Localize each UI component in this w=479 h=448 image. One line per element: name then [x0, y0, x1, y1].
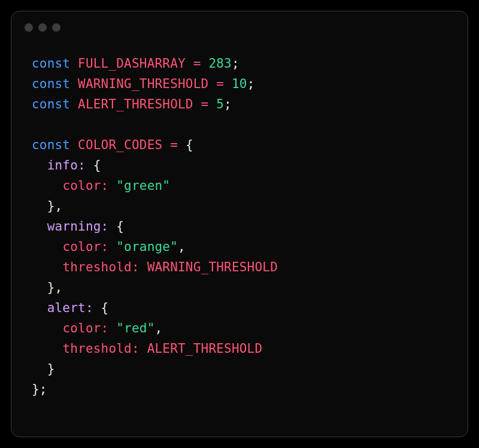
keyword-const: const: [32, 97, 70, 111]
property-color: color:: [62, 178, 108, 193]
window-control-close-icon[interactable]: [25, 23, 33, 32]
property-threshold: threshold:: [62, 341, 139, 356]
brace-close: }: [32, 382, 40, 396]
brace-open: {: [101, 301, 109, 315]
brace-close: }: [47, 199, 55, 213]
identifier-warning-threshold: WARNING_THRESHOLD: [78, 77, 208, 91]
keyword-const: const: [32, 56, 70, 71]
identifier-full-dasharray: FULL_DASHARRAY: [78, 56, 186, 71]
code-editor[interactable]: const FULL_DASHARRAY = 283; const WARNIN…: [11, 37, 468, 411]
property-warning: warning:: [47, 219, 109, 234]
identifier-ref-alert-threshold: ALERT_THRESHOLD: [147, 341, 263, 356]
property-threshold: threshold:: [62, 260, 139, 274]
string-literal-orange: "orange": [116, 240, 178, 254]
property-color: color:: [62, 240, 108, 254]
number-literal: 283: [208, 56, 232, 71]
window-control-zoom-icon[interactable]: [52, 23, 60, 32]
semicolon: ;: [247, 77, 255, 91]
window-control-minimize-icon[interactable]: [38, 23, 47, 32]
keyword-const: const: [32, 77, 70, 91]
brace-open: {: [186, 138, 193, 152]
comma: ,: [155, 321, 163, 335]
comma: ,: [55, 280, 63, 295]
number-literal: 10: [232, 77, 247, 91]
brace-open: {: [93, 158, 101, 172]
window-titlebar: [11, 11, 468, 37]
identifier-ref-warning-threshold: WARNING_THRESHOLD: [147, 260, 278, 274]
comma: ,: [55, 199, 63, 213]
property-info: info:: [47, 158, 86, 172]
operator-assign: =: [216, 77, 224, 91]
property-color: color:: [62, 321, 108, 335]
brace-open: {: [116, 219, 124, 234]
brace-close: }: [47, 280, 55, 295]
string-literal-green: "green": [116, 178, 170, 193]
semicolon: ;: [40, 382, 47, 396]
identifier-color-codes: COLOR_CODES: [78, 138, 162, 152]
code-window: const FULL_DASHARRAY = 283; const WARNIN…: [11, 11, 468, 437]
operator-assign: =: [170, 138, 178, 152]
comma: ,: [178, 240, 186, 254]
semicolon: ;: [232, 56, 240, 71]
identifier-alert-threshold: ALERT_THRESHOLD: [78, 97, 193, 111]
string-literal-red: "red": [116, 321, 154, 335]
operator-assign: =: [201, 97, 209, 111]
brace-close: }: [47, 362, 55, 376]
keyword-const: const: [32, 138, 70, 152]
number-literal: 5: [216, 97, 224, 111]
semicolon: ;: [224, 97, 232, 111]
property-alert: alert:: [47, 301, 93, 315]
operator-assign: =: [193, 56, 201, 71]
